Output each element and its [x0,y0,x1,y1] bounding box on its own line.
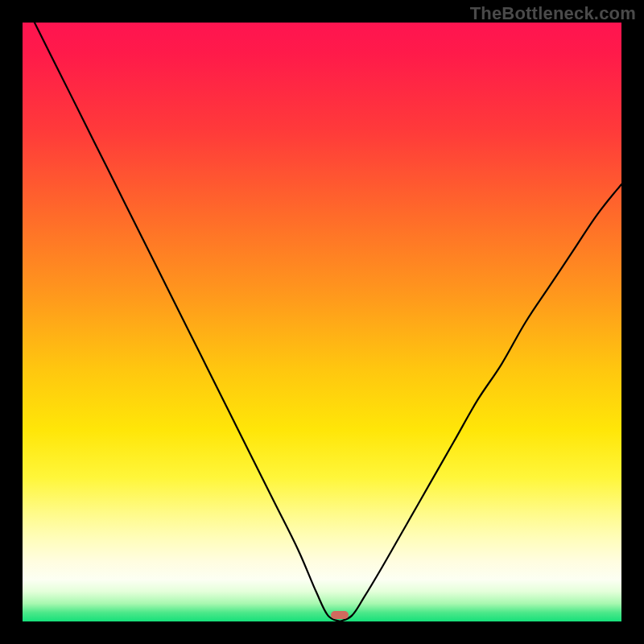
curve-path [35,23,621,621]
plot-area [23,23,621,621]
chart-frame: TheBottleneck.com [0,0,644,644]
optimum-marker [331,611,349,619]
bottleneck-curve [23,23,621,621]
watermark-text: TheBottleneck.com [470,3,636,24]
